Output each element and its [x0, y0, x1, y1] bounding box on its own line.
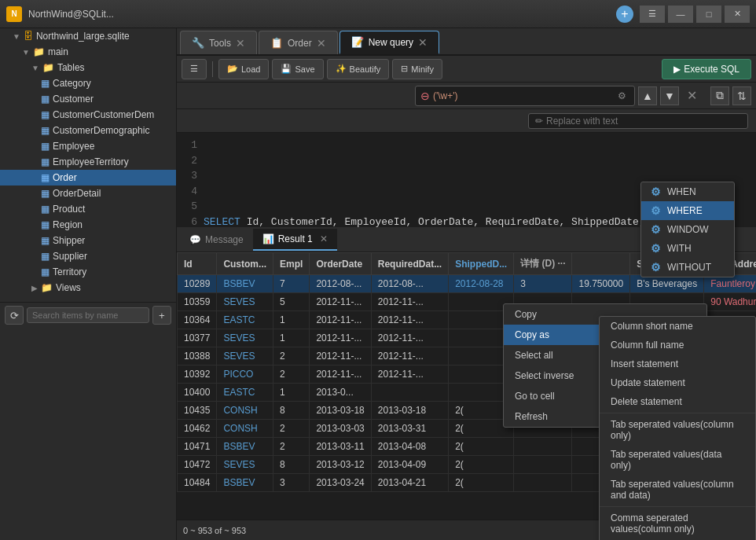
sidebar-item-employeeterritory[interactable]: ▦ EmployeeTerritory: [0, 154, 176, 170]
close-button[interactable]: ✕: [725, 6, 750, 23]
status-count: 0 ~ 953 of ~ 953: [183, 526, 246, 535]
result1-tab-close[interactable]: ✕: [320, 233, 328, 244]
add-item-button[interactable]: +: [152, 306, 171, 325]
search-down-button[interactable]: ▼: [660, 86, 679, 105]
refresh-sidebar-button[interactable]: ⟳: [5, 306, 24, 325]
replace-bar: ✏: [177, 109, 756, 133]
expand-icon: ▼: [13, 32, 20, 41]
search-close-button[interactable]: ✕: [682, 86, 701, 105]
table-customercustomerdem-label: CustomerCustomerDem: [53, 109, 154, 120]
load-button[interactable]: 📂 Load: [218, 59, 269, 79]
sidebar-search-input[interactable]: [27, 307, 149, 323]
table-category-label: Category: [53, 78, 91, 89]
search-settings-icon[interactable]: ⚙: [614, 88, 629, 104]
ac-label-when: WHEN: [667, 186, 696, 197]
table-shipper-label: Shipper: [53, 235, 85, 246]
save-button[interactable]: 💾 Save: [272, 59, 323, 79]
col-customer[interactable]: Custom...: [217, 253, 273, 275]
sidebar-item-customer[interactable]: ▦ Customer: [0, 91, 176, 107]
sidebar-item-category[interactable]: ▦ Category: [0, 75, 176, 91]
sc-column-full-name[interactable]: Column full name: [600, 336, 755, 354]
menu-toolbar-button[interactable]: ☰: [182, 59, 207, 79]
beautify-button[interactable]: ✨ Beautify: [327, 59, 390, 79]
sc-tab-col-data-label: Tab seperated values(column and data): [611, 479, 734, 501]
search-input[interactable]: [433, 90, 611, 101]
col-shippeddate[interactable]: ShippedD...: [449, 253, 514, 275]
new-query-tab-close[interactable]: ✕: [418, 37, 428, 48]
col-orderdate[interactable]: OrderDate: [310, 253, 371, 275]
sidebar-item-tables[interactable]: ▼ 📁 Tables: [0, 60, 176, 75]
sc-comma-col-only[interactable]: Comma seperated values(column only): [600, 509, 755, 538]
sc-tab-data-only[interactable]: Tab seperated values(data only): [600, 445, 755, 475]
new-tab-button[interactable]: +: [616, 6, 633, 23]
ac-item-window[interactable]: ⚙ WINDOW: [641, 220, 734, 239]
sidebar-item-product[interactable]: ▦ Product: [0, 201, 176, 217]
col-id[interactable]: Id: [178, 253, 217, 275]
sc-tab-col-only[interactable]: Tab seperated values(column only): [600, 415, 755, 445]
sidebar-item-shipper[interactable]: ▦ Shipper: [0, 233, 176, 248]
minimize-button[interactable]: —: [668, 6, 693, 23]
col-requireddate[interactable]: RequiredDat...: [371, 253, 448, 275]
nav-results-button[interactable]: ⇅: [732, 86, 751, 105]
cm-copy-label: Copy: [515, 309, 537, 320]
sidebar-item-region[interactable]: ▦ Region: [0, 217, 176, 233]
sc-tab-col-data[interactable]: Tab seperated values(column and data): [600, 475, 755, 505]
load-icon: 📂: [227, 64, 238, 74]
table-product-label: Product: [53, 204, 85, 215]
tab-order[interactable]: 📋 Order ✕: [259, 31, 338, 54]
copy-results-button[interactable]: ⧉: [710, 86, 729, 105]
db-icon: 🗄: [24, 31, 33, 42]
tab-tools[interactable]: 🔧 Tools ✕: [180, 31, 257, 54]
table-icon: ▦: [41, 141, 50, 152]
result-tab-message[interactable]: 💬 Message: [180, 229, 253, 251]
table-icon: ▦: [41, 109, 50, 120]
sc-update-statement[interactable]: Update statement: [600, 373, 755, 392]
sidebar-item-views[interactable]: ▶ 📁 Views: [0, 280, 176, 296]
maximize-button[interactable]: □: [696, 6, 721, 23]
col-employee[interactable]: Empl: [273, 253, 310, 275]
content-area: 🔧 Tools ✕ 📋 Order ✕ 📝 New query ✕ ☰ 📂 Lo…: [177, 28, 756, 540]
views-label: Views: [56, 282, 81, 293]
ac-item-where[interactable]: ⚙ WHERE: [641, 201, 734, 220]
col-detail[interactable]: 详情 (D) ···: [514, 253, 572, 275]
ac-item-when[interactable]: ⚙ WHEN: [641, 182, 734, 201]
sidebar-item-main[interactable]: ▼ 📁 main: [0, 44, 176, 60]
sc-column-short-name[interactable]: Column short name: [600, 317, 755, 336]
col-freight[interactable]: [572, 253, 630, 275]
menu-button[interactable]: ☰: [640, 6, 665, 23]
beautify-label: Beautify: [350, 64, 381, 74]
sidebar-item-customercustomerdem[interactable]: ▦ CustomerCustomerDem: [0, 107, 176, 123]
tools-tab-close[interactable]: ✕: [236, 38, 245, 49]
sidebar-item-db[interactable]: ▼ 🗄 Northwind_large.sqlite: [0, 28, 176, 44]
execute-label: Execute SQL: [684, 64, 739, 75]
table-territory-label: Territory: [53, 266, 86, 277]
order-tab-label: Order: [288, 38, 312, 49]
cm-refresh-label: Refresh: [515, 411, 548, 422]
main-layout: ▼ 🗄 Northwind_large.sqlite ▼ 📁 main ▼ 📁 …: [0, 28, 756, 540]
replace-icon: ✏: [535, 116, 543, 127]
replace-input[interactable]: [546, 116, 741, 127]
ac-item-with[interactable]: ⚙ WITH: [641, 239, 734, 258]
sc-insert-statement[interactable]: Insert statement: [600, 354, 755, 373]
cell-cust: BSBEV: [217, 275, 273, 293]
sidebar-item-territory[interactable]: ▦ Territory: [0, 264, 176, 280]
ac-icon: ⚙: [651, 242, 661, 255]
expand-icon-main: ▼: [22, 48, 30, 57]
ac-item-without[interactable]: ⚙ WITHOUT: [641, 258, 734, 277]
minify-button[interactable]: ⊟ Minify: [392, 59, 442, 79]
search-up-button[interactable]: ▲: [638, 86, 657, 105]
sc-sep2: [600, 506, 755, 507]
sc-delete-statement[interactable]: Delete statement: [600, 392, 755, 411]
result-tab-result1[interactable]: 📊 Result 1 ✕: [253, 229, 337, 251]
sidebar-item-customerdemographic[interactable]: ▦ CustomerDemographic: [0, 123, 176, 138]
table-icon: ▦: [41, 94, 50, 105]
sidebar-item-supplier[interactable]: ▦ Supplier: [0, 248, 176, 264]
tools-tab-label: Tools: [209, 38, 231, 49]
sidebar-item-employee[interactable]: ▦ Employee: [0, 138, 176, 154]
sub-context-menu[interactable]: Column short name Column full name Inser…: [599, 316, 756, 540]
sidebar-item-orderdetail[interactable]: ▦ OrderDetail: [0, 186, 176, 201]
sidebar-item-order[interactable]: ▦ Order: [0, 170, 176, 186]
order-tab-close[interactable]: ✕: [317, 38, 326, 49]
execute-button[interactable]: ▶ Execute SQL: [662, 59, 751, 79]
tab-new-query[interactable]: 📝 New query ✕: [339, 31, 439, 54]
